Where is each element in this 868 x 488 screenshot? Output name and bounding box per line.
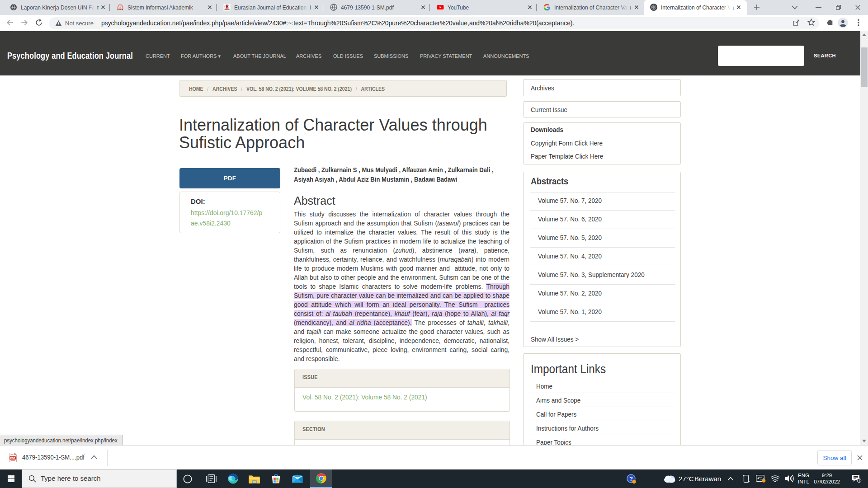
svg-text:1: 1: [858, 479, 860, 483]
svg-text:PDF: PDF: [10, 457, 15, 460]
